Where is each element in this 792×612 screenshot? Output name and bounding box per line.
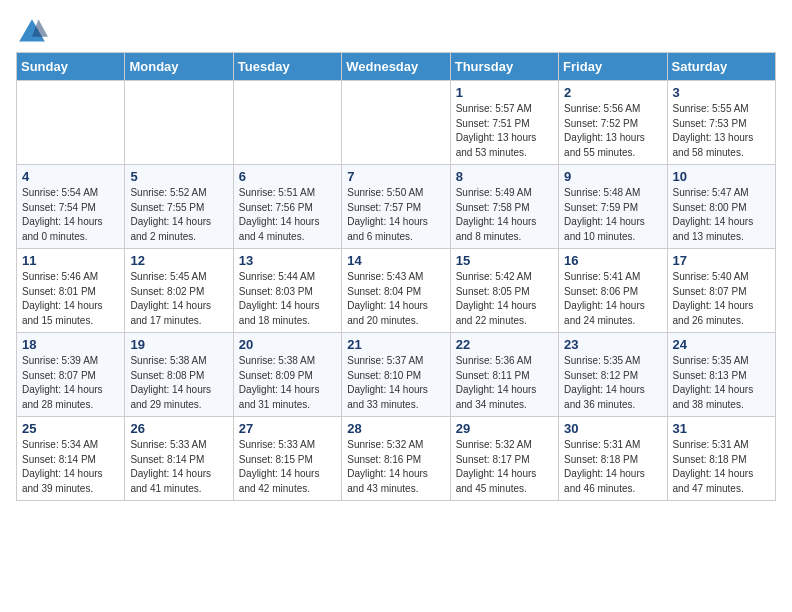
day-info: Sunrise: 5:38 AM Sunset: 8:09 PM Dayligh… xyxy=(239,354,336,412)
day-number: 12 xyxy=(130,253,227,268)
calendar-cell: 10Sunrise: 5:47 AM Sunset: 8:00 PM Dayli… xyxy=(667,165,775,249)
day-number: 8 xyxy=(456,169,553,184)
day-info: Sunrise: 5:51 AM Sunset: 7:56 PM Dayligh… xyxy=(239,186,336,244)
calendar-cell: 31Sunrise: 5:31 AM Sunset: 8:18 PM Dayli… xyxy=(667,417,775,501)
day-number: 14 xyxy=(347,253,444,268)
calendar-week-4: 18Sunrise: 5:39 AM Sunset: 8:07 PM Dayli… xyxy=(17,333,776,417)
calendar-cell: 27Sunrise: 5:33 AM Sunset: 8:15 PM Dayli… xyxy=(233,417,341,501)
day-header-friday: Friday xyxy=(559,53,667,81)
logo xyxy=(16,16,54,48)
day-number: 16 xyxy=(564,253,661,268)
calendar-cell xyxy=(233,81,341,165)
day-number: 26 xyxy=(130,421,227,436)
day-number: 19 xyxy=(130,337,227,352)
calendar-cell: 5Sunrise: 5:52 AM Sunset: 7:55 PM Daylig… xyxy=(125,165,233,249)
day-number: 9 xyxy=(564,169,661,184)
day-info: Sunrise: 5:47 AM Sunset: 8:00 PM Dayligh… xyxy=(673,186,770,244)
calendar-cell: 30Sunrise: 5:31 AM Sunset: 8:18 PM Dayli… xyxy=(559,417,667,501)
calendar-table: SundayMondayTuesdayWednesdayThursdayFrid… xyxy=(16,52,776,501)
day-info: Sunrise: 5:32 AM Sunset: 8:16 PM Dayligh… xyxy=(347,438,444,496)
day-number: 30 xyxy=(564,421,661,436)
day-info: Sunrise: 5:56 AM Sunset: 7:52 PM Dayligh… xyxy=(564,102,661,160)
day-number: 11 xyxy=(22,253,119,268)
calendar-cell: 23Sunrise: 5:35 AM Sunset: 8:12 PM Dayli… xyxy=(559,333,667,417)
day-info: Sunrise: 5:55 AM Sunset: 7:53 PM Dayligh… xyxy=(673,102,770,160)
day-info: Sunrise: 5:50 AM Sunset: 7:57 PM Dayligh… xyxy=(347,186,444,244)
day-info: Sunrise: 5:45 AM Sunset: 8:02 PM Dayligh… xyxy=(130,270,227,328)
calendar-cell: 4Sunrise: 5:54 AM Sunset: 7:54 PM Daylig… xyxy=(17,165,125,249)
day-header-tuesday: Tuesday xyxy=(233,53,341,81)
calendar-cell: 20Sunrise: 5:38 AM Sunset: 8:09 PM Dayli… xyxy=(233,333,341,417)
calendar-cell: 26Sunrise: 5:33 AM Sunset: 8:14 PM Dayli… xyxy=(125,417,233,501)
day-info: Sunrise: 5:52 AM Sunset: 7:55 PM Dayligh… xyxy=(130,186,227,244)
day-number: 29 xyxy=(456,421,553,436)
calendar-cell: 3Sunrise: 5:55 AM Sunset: 7:53 PM Daylig… xyxy=(667,81,775,165)
day-info: Sunrise: 5:33 AM Sunset: 8:14 PM Dayligh… xyxy=(130,438,227,496)
calendar-cell: 25Sunrise: 5:34 AM Sunset: 8:14 PM Dayli… xyxy=(17,417,125,501)
calendar-header-row: SundayMondayTuesdayWednesdayThursdayFrid… xyxy=(17,53,776,81)
calendar-cell: 6Sunrise: 5:51 AM Sunset: 7:56 PM Daylig… xyxy=(233,165,341,249)
day-number: 5 xyxy=(130,169,227,184)
calendar-week-3: 11Sunrise: 5:46 AM Sunset: 8:01 PM Dayli… xyxy=(17,249,776,333)
day-info: Sunrise: 5:42 AM Sunset: 8:05 PM Dayligh… xyxy=(456,270,553,328)
calendar-cell: 9Sunrise: 5:48 AM Sunset: 7:59 PM Daylig… xyxy=(559,165,667,249)
calendar-cell: 7Sunrise: 5:50 AM Sunset: 7:57 PM Daylig… xyxy=(342,165,450,249)
calendar-cell: 24Sunrise: 5:35 AM Sunset: 8:13 PM Dayli… xyxy=(667,333,775,417)
day-info: Sunrise: 5:38 AM Sunset: 8:08 PM Dayligh… xyxy=(130,354,227,412)
day-info: Sunrise: 5:35 AM Sunset: 8:13 PM Dayligh… xyxy=(673,354,770,412)
calendar-cell xyxy=(17,81,125,165)
day-info: Sunrise: 5:39 AM Sunset: 8:07 PM Dayligh… xyxy=(22,354,119,412)
day-number: 3 xyxy=(673,85,770,100)
calendar-cell: 13Sunrise: 5:44 AM Sunset: 8:03 PM Dayli… xyxy=(233,249,341,333)
calendar-cell: 2Sunrise: 5:56 AM Sunset: 7:52 PM Daylig… xyxy=(559,81,667,165)
day-number: 25 xyxy=(22,421,119,436)
calendar-cell: 28Sunrise: 5:32 AM Sunset: 8:16 PM Dayli… xyxy=(342,417,450,501)
calendar-cell: 29Sunrise: 5:32 AM Sunset: 8:17 PM Dayli… xyxy=(450,417,558,501)
day-info: Sunrise: 5:40 AM Sunset: 8:07 PM Dayligh… xyxy=(673,270,770,328)
calendar-cell: 22Sunrise: 5:36 AM Sunset: 8:11 PM Dayli… xyxy=(450,333,558,417)
calendar-cell: 1Sunrise: 5:57 AM Sunset: 7:51 PM Daylig… xyxy=(450,81,558,165)
day-info: Sunrise: 5:49 AM Sunset: 7:58 PM Dayligh… xyxy=(456,186,553,244)
calendar-week-2: 4Sunrise: 5:54 AM Sunset: 7:54 PM Daylig… xyxy=(17,165,776,249)
day-header-saturday: Saturday xyxy=(667,53,775,81)
day-info: Sunrise: 5:54 AM Sunset: 7:54 PM Dayligh… xyxy=(22,186,119,244)
day-info: Sunrise: 5:43 AM Sunset: 8:04 PM Dayligh… xyxy=(347,270,444,328)
calendar-cell: 17Sunrise: 5:40 AM Sunset: 8:07 PM Dayli… xyxy=(667,249,775,333)
day-number: 17 xyxy=(673,253,770,268)
day-info: Sunrise: 5:57 AM Sunset: 7:51 PM Dayligh… xyxy=(456,102,553,160)
day-number: 22 xyxy=(456,337,553,352)
calendar-cell: 14Sunrise: 5:43 AM Sunset: 8:04 PM Dayli… xyxy=(342,249,450,333)
calendar-cell: 19Sunrise: 5:38 AM Sunset: 8:08 PM Dayli… xyxy=(125,333,233,417)
calendar-cell: 16Sunrise: 5:41 AM Sunset: 8:06 PM Dayli… xyxy=(559,249,667,333)
day-number: 23 xyxy=(564,337,661,352)
calendar-cell xyxy=(125,81,233,165)
day-info: Sunrise: 5:48 AM Sunset: 7:59 PM Dayligh… xyxy=(564,186,661,244)
day-number: 13 xyxy=(239,253,336,268)
day-info: Sunrise: 5:37 AM Sunset: 8:10 PM Dayligh… xyxy=(347,354,444,412)
day-number: 7 xyxy=(347,169,444,184)
page-header xyxy=(16,16,776,48)
day-info: Sunrise: 5:41 AM Sunset: 8:06 PM Dayligh… xyxy=(564,270,661,328)
day-info: Sunrise: 5:35 AM Sunset: 8:12 PM Dayligh… xyxy=(564,354,661,412)
day-info: Sunrise: 5:33 AM Sunset: 8:15 PM Dayligh… xyxy=(239,438,336,496)
day-info: Sunrise: 5:34 AM Sunset: 8:14 PM Dayligh… xyxy=(22,438,119,496)
calendar-week-5: 25Sunrise: 5:34 AM Sunset: 8:14 PM Dayli… xyxy=(17,417,776,501)
calendar-cell: 11Sunrise: 5:46 AM Sunset: 8:01 PM Dayli… xyxy=(17,249,125,333)
day-info: Sunrise: 5:32 AM Sunset: 8:17 PM Dayligh… xyxy=(456,438,553,496)
day-info: Sunrise: 5:44 AM Sunset: 8:03 PM Dayligh… xyxy=(239,270,336,328)
day-header-thursday: Thursday xyxy=(450,53,558,81)
day-number: 20 xyxy=(239,337,336,352)
calendar-cell: 18Sunrise: 5:39 AM Sunset: 8:07 PM Dayli… xyxy=(17,333,125,417)
day-header-wednesday: Wednesday xyxy=(342,53,450,81)
day-info: Sunrise: 5:36 AM Sunset: 8:11 PM Dayligh… xyxy=(456,354,553,412)
day-number: 2 xyxy=(564,85,661,100)
day-info: Sunrise: 5:31 AM Sunset: 8:18 PM Dayligh… xyxy=(564,438,661,496)
day-number: 24 xyxy=(673,337,770,352)
calendar-cell: 12Sunrise: 5:45 AM Sunset: 8:02 PM Dayli… xyxy=(125,249,233,333)
day-number: 1 xyxy=(456,85,553,100)
day-number: 31 xyxy=(673,421,770,436)
day-info: Sunrise: 5:46 AM Sunset: 8:01 PM Dayligh… xyxy=(22,270,119,328)
day-header-monday: Monday xyxy=(125,53,233,81)
day-info: Sunrise: 5:31 AM Sunset: 8:18 PM Dayligh… xyxy=(673,438,770,496)
day-number: 4 xyxy=(22,169,119,184)
